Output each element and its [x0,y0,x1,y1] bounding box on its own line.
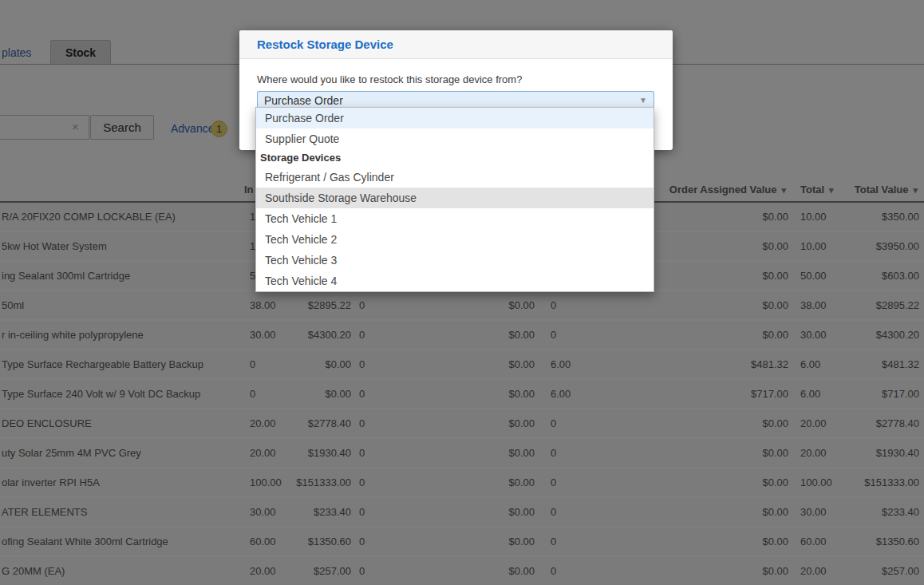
dropdown-option[interactable]: Tech Vehicle 4 [256,271,654,291]
dropdown-option[interactable]: Refrigerant / Gas Cylinder [256,167,654,188]
dialog-body: Where would you like to restock this sto… [239,59,673,110]
select-value: Purchase Order [264,94,343,107]
dropdown-group-label: Storage Devices [256,149,654,167]
dropdown-option[interactable]: Supplier Quote [256,128,654,149]
restock-question: Where would you like to restock this sto… [257,73,655,85]
dialog-title: Restock Storage Device [257,38,393,51]
dropdown-option[interactable]: Tech Vehicle 2 [256,229,654,250]
dropdown-option[interactable]: Purchase Order [256,108,654,128]
screen: plates Stock × Search Advanced 1 In Stoc… [0,0,924,585]
dropdown-option[interactable]: Southside Storage Warehouse [256,188,654,208]
restock-source-dropdown: Purchase OrderSupplier QuoteStorage Devi… [255,107,654,292]
dialog-header: Restock Storage Device [239,30,673,59]
dropdown-option[interactable]: Tech Vehicle 3 [256,250,654,271]
dropdown-option[interactable]: Tech Vehicle 1 [256,208,654,229]
